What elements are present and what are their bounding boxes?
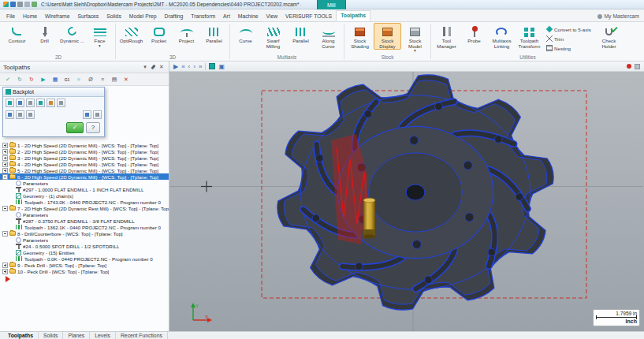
tab-toolpaths[interactable]: Toolpaths [336, 10, 370, 21]
select-pointer-icon[interactable] [6, 110, 14, 119]
expand-dialog-icon[interactable] [83, 110, 91, 119]
toolpath-file-item[interactable]: Toolpath - 0.0K - 0440 PROJECT2.NC - Pro… [0, 255, 169, 262]
regenerate-selected-icon[interactable]: ↻ [14, 74, 25, 85]
statusbar-tab-solids[interactable]: Solids [39, 332, 64, 339]
expand-icon[interactable] [2, 269, 8, 274]
stock-display-button[interactable]: Stock Display [374, 23, 401, 50]
expand-icon[interactable] [2, 263, 8, 268]
select-all-operations-icon[interactable]: ✓ [2, 74, 13, 85]
backplot-simulate-icon[interactable] [6, 99, 14, 107]
backplot-endpoints-icon[interactable] [47, 99, 55, 107]
backplot-vectors-icon[interactable] [57, 99, 65, 107]
step-forward-icon[interactable]: › [193, 62, 195, 71]
tab-file[interactable]: File [2, 12, 19, 21]
toolpath-file-item[interactable]: Toolpath - 1743.0K - 0440 PROJECT2.NC - … [0, 199, 169, 205]
chevron-down-icon[interactable]: ▾ [99, 44, 101, 47]
nesting-button[interactable]: Nesting [545, 43, 595, 53]
backplot-icon[interactable]: ▶ [38, 74, 49, 85]
geometry-item[interactable]: Geometry - (15) Entities [0, 249, 169, 255]
ok-button[interactable]: ✓ [66, 122, 84, 133]
redo-icon[interactable] [24, 2, 30, 7]
swarf-milling-button[interactable]: Swarf Milling [259, 23, 287, 50]
face-button[interactable]: Face▾ [86, 23, 114, 48]
tab-machine[interactable]: Machine [234, 12, 262, 21]
curve-button[interactable]: Curve [232, 23, 259, 45]
tab-transform[interactable]: Transform [187, 12, 219, 21]
probe-button[interactable]: Probe [460, 23, 488, 45]
expand-icon[interactable] [2, 143, 8, 148]
geometry-item[interactable]: Geometry - (1) chain(s) [0, 192, 169, 199]
toolpath-operation-item[interactable]: 1 - 2D High Speed (2D Dynamic Mill) - [W… [0, 142, 169, 148]
toolpath-transform-button[interactable]: Toolpath Transform [516, 23, 543, 50]
drill-button[interactable]: Drill [31, 23, 58, 45]
post-selected-icon[interactable]: G1 [61, 74, 73, 85]
tab-wireframe[interactable]: Wireframe [41, 12, 73, 21]
toolpath-operation-item[interactable]: 7 - 2D High Speed (2D Dynamic Rest Mill)… [0, 205, 169, 211]
stock-shading-button[interactable]: Stock Shading [346, 23, 374, 50]
toolpath-operation-item[interactable]: 8 - Drill/Counterbore - [WCS: Top] - [Tp… [0, 230, 169, 237]
expand-icon[interactable] [2, 168, 8, 173]
parameters-item[interactable]: Parameters [0, 180, 169, 186]
regenerate-dirty-icon[interactable]: ↻ [26, 74, 37, 85]
statusbar-tab-planes[interactable]: Planes [63, 332, 90, 339]
toolpath-operation-item[interactable]: 2 - 2D High Speed (2D Dynamic Mill) - [W… [0, 148, 169, 155]
contextual-tab-group-mill[interactable]: Mill [317, 0, 346, 9]
tab-drafting[interactable]: Drafting [161, 12, 188, 21]
collapse-icon[interactable] [2, 174, 8, 180]
toolpath-operation-item[interactable]: 10 - Peck Drill - [WCS: Top] - [Tplane: … [0, 268, 169, 274]
tab-surfaces[interactable]: Surfaces [73, 12, 102, 21]
toggle-display-icon[interactable]: ≡ [97, 74, 108, 85]
expand-icon[interactable] [2, 149, 8, 155]
section-view-icon[interactable]: ▣ [218, 62, 225, 71]
tool-item[interactable]: #287 - 0.3750 FLAT ENDMILL - 3/8 FLAT EN… [0, 218, 169, 224]
tool-manager-button[interactable]: Tool Manager [433, 23, 460, 50]
toolpath-operation-item[interactable]: 9 - Peck Drill - [WCS: Top] - [Tplane: T… [0, 262, 169, 268]
check-holder-button[interactable]: Check Holder [595, 23, 623, 50]
expand-icon[interactable] [2, 155, 8, 161]
panel-close-icon[interactable]: ✕ [158, 64, 166, 70]
backplot-dialog-titlebar[interactable]: Backplot [3, 88, 104, 97]
viewport-options-icon[interactable] [635, 64, 640, 69]
pan-icon[interactable] [16, 110, 24, 119]
expand-icon[interactable] [2, 162, 8, 167]
feed-optimize-icon[interactable]: ≈ [73, 74, 84, 85]
tab-verisurf-tools[interactable]: VERISURF TOOLS [281, 12, 336, 21]
undo-icon[interactable] [17, 2, 23, 7]
optirough-button[interactable]: OptiRough [117, 23, 145, 45]
tab-home[interactable]: Home [19, 12, 41, 21]
play-icon[interactable]: ▶ [173, 62, 178, 71]
toolpath-operation-item[interactable]: 3 - 2D High Speed (2D Dynamic Mill) - [W… [0, 155, 169, 161]
parallel-3d-button[interactable]: Parallel [200, 23, 228, 45]
lock-operations-icon[interactable]: Ø [85, 74, 96, 85]
tab-model-prep[interactable]: Model Prep [125, 12, 161, 21]
statusbar-tab-toolpaths[interactable]: Toolpaths [3, 332, 39, 339]
go-end-icon[interactable]: » [199, 62, 202, 71]
backplot-save-geometry-icon[interactable] [26, 99, 35, 107]
dynamic-mill-button[interactable]: Dynamic ... [58, 23, 86, 45]
contour-button[interactable]: Contour [3, 23, 31, 45]
stock-display-toggle-icon[interactable] [209, 63, 215, 69]
parallel-multiaxis-button[interactable]: Parallel [287, 23, 315, 45]
delete-operations-icon[interactable]: ✕ [121, 74, 132, 85]
minimize-dialog-icon[interactable] [93, 110, 102, 119]
viewport-canvas[interactable]: Y X [169, 72, 643, 331]
verify-icon[interactable]: ▦ [50, 74, 61, 85]
trim-button[interactable]: Trim [545, 34, 595, 43]
convert-to-5-axis-button[interactable]: Convert to 5-axis [545, 24, 595, 34]
tool-item[interactable]: #24 - 0.5000 SPOT DRILL - 1/2 SPOTDRILL [0, 243, 169, 249]
toolpath-file-item[interactable]: Toolpath - 1362.1K - 0440 PROJECT2.NC - … [0, 224, 169, 230]
tab-art[interactable]: Art [219, 12, 234, 21]
screen-toolpaths-icon[interactable]: ▤ [109, 74, 120, 85]
mastercam-logo-icon[interactable] [3, 2, 9, 7]
parameters-item[interactable]: Parameters [0, 211, 169, 218]
go-start-icon[interactable]: « [181, 62, 184, 71]
toolpath-operation-item[interactable]: 5 - 2D High Speed (2D Dynamic Mill) - [W… [0, 167, 169, 173]
graphics-viewport[interactable]: ▶ « ‹ › » ▣ Y X 1.7959 in Inch [169, 61, 644, 331]
panel-options-chevron-icon[interactable]: ▾ [141, 64, 149, 70]
statusbar-tab-levels[interactable]: Levels [90, 332, 116, 339]
tab-view[interactable]: View [262, 12, 281, 21]
tool-item[interactable]: #297 - 1.0000 FLAT ENDMILL - 1 INCH FLAT… [0, 186, 169, 192]
chevron-down-icon[interactable]: ▾ [414, 49, 416, 52]
help-button[interactable]: ? [86, 122, 100, 133]
step-back-icon[interactable]: ‹ [188, 62, 191, 71]
